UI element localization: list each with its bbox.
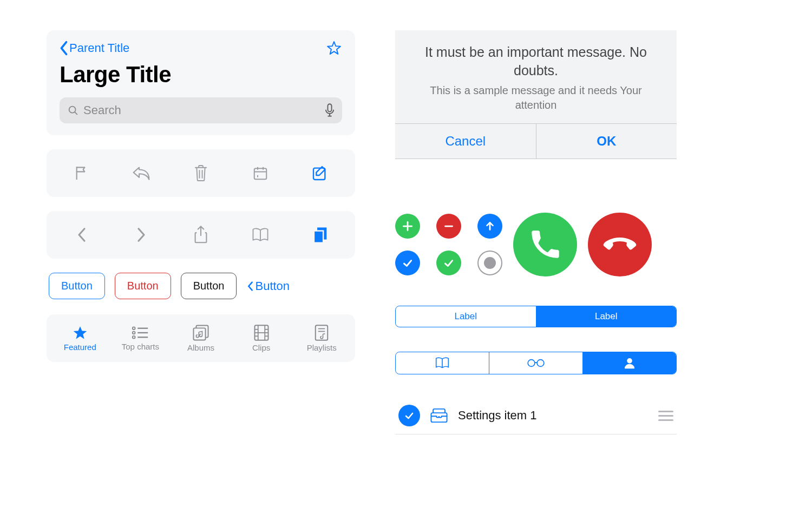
svg-point-14 [133, 331, 135, 334]
segmented-labels: Label Label [395, 306, 677, 327]
settings-list-item[interactable]: Settings item 1 [395, 397, 677, 434]
reply-icon[interactable] [131, 163, 152, 183]
seg-book[interactable] [396, 352, 489, 374]
share-icon[interactable] [191, 225, 211, 245]
call-accept-button[interactable] [513, 213, 577, 276]
dialog-title: It must be an important message. No doub… [410, 43, 662, 80]
dialog-cancel-button[interactable]: Cancel [395, 124, 536, 159]
trash-icon[interactable] [191, 163, 211, 183]
radio-dot-icon [484, 257, 496, 269]
tab-featured[interactable]: Featured [54, 325, 106, 352]
book-icon [435, 357, 450, 369]
search-input[interactable]: Search [60, 97, 342, 123]
svg-point-37 [537, 360, 544, 367]
minus-icon [443, 220, 455, 232]
check-icon [443, 257, 455, 269]
button-gray[interactable]: Button [181, 273, 237, 299]
check-icon [402, 257, 414, 269]
svg-point-36 [528, 360, 535, 367]
svg-point-38 [627, 359, 632, 363]
svg-rect-2 [328, 104, 331, 111]
search-icon [67, 104, 79, 116]
radio-button[interactable] [477, 251, 502, 275]
svg-line-1 [75, 112, 77, 114]
back-button[interactable]: Parent Title [60, 41, 129, 56]
chevron-left-icon [246, 280, 254, 292]
button-blue[interactable]: Button [49, 273, 105, 299]
book-icon[interactable] [250, 225, 271, 245]
svg-point-15 [133, 335, 135, 338]
flag-icon[interactable] [71, 163, 92, 183]
remove-button[interactable] [436, 214, 461, 239]
dialog-message: This is a sample message and it needs Yo… [410, 83, 662, 113]
header-card: Parent Title Large Title Search [47, 30, 355, 135]
button-red[interactable]: Button [115, 273, 171, 299]
search-placeholder: Search [83, 103, 320, 117]
svg-point-13 [133, 327, 135, 330]
seg-person[interactable] [583, 352, 676, 374]
toolbar-2 [47, 211, 355, 259]
phone-icon [530, 229, 560, 260]
glasses-icon [526, 358, 546, 368]
segment-2[interactable]: Label [536, 306, 677, 327]
svg-rect-29 [316, 325, 328, 340]
upload-button[interactable] [477, 214, 502, 239]
call-decline-button[interactable] [588, 213, 652, 276]
seg-glasses[interactable] [489, 352, 583, 374]
check-green-button[interactable] [436, 251, 461, 275]
calendar-icon[interactable] [250, 163, 271, 183]
svg-rect-12 [314, 231, 323, 243]
film-icon [254, 325, 269, 341]
button-row: Button Button Button Button [47, 273, 355, 299]
mic-icon[interactable] [325, 103, 335, 117]
segment-1[interactable]: Label [396, 306, 536, 327]
check-blue-button[interactable] [395, 251, 420, 275]
list-icon [131, 326, 149, 340]
checkmark-badge[interactable] [398, 405, 420, 426]
svg-rect-5 [254, 168, 267, 179]
inbox-icon [430, 407, 448, 424]
chevron-left-icon [60, 41, 68, 56]
tab-playlists[interactable]: Playlists [296, 325, 348, 352]
tab-bar: Featured Top charts Albums Clips Playlis… [47, 314, 355, 362]
large-title: Large Title [60, 62, 342, 88]
dialog-ok-button[interactable]: OK [536, 124, 677, 159]
tab-top-charts[interactable]: Top charts [114, 326, 166, 351]
star-filled-icon [72, 325, 88, 340]
person-icon [623, 357, 636, 370]
nav-back-icon[interactable] [71, 225, 92, 245]
tab-albums[interactable]: Albums [175, 325, 227, 352]
albums-icon [192, 325, 209, 341]
segmented-icons [395, 352, 677, 374]
compose-icon[interactable] [310, 163, 330, 183]
button-link[interactable]: Button [246, 279, 290, 293]
arrow-up-icon [484, 220, 496, 232]
parent-title: Parent Title [69, 41, 129, 55]
copy-icon[interactable] [310, 225, 330, 245]
phone-down-icon [603, 228, 637, 261]
nav-forward-icon[interactable] [131, 225, 152, 245]
star-icon[interactable] [326, 40, 342, 56]
add-button[interactable] [395, 214, 420, 239]
plus-icon [402, 220, 414, 232]
check-icon [404, 410, 415, 421]
tab-clips[interactable]: Clips [235, 325, 287, 352]
playlist-icon [315, 325, 329, 341]
list-item-label: Settings item 1 [458, 408, 649, 423]
alert-dialog: It must be an important message. No doub… [395, 30, 677, 159]
reorder-handle-icon[interactable] [658, 411, 673, 421]
toolbar-1 [47, 149, 355, 197]
circle-buttons-row [395, 213, 677, 276]
svg-rect-20 [193, 328, 205, 340]
